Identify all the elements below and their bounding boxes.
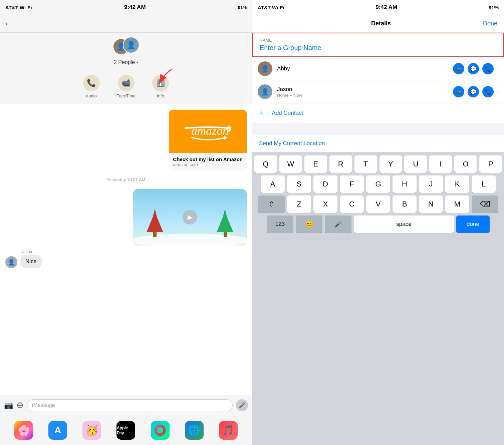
message-input[interactable]: iMessage <box>27 399 233 411</box>
space-key[interactable]: space <box>354 215 454 233</box>
keyboard: Q W E R T Y U I O P A S D F G H J K L ⇧ … <box>252 152 504 445</box>
numbers-key[interactable]: 123 <box>267 215 293 233</box>
video-message[interactable]: ▶ <box>133 189 247 246</box>
mic-key[interactable]: 🎤 <box>325 215 351 233</box>
facetime-button[interactable]: 📹 FaceTime <box>116 75 136 98</box>
applepay-icon[interactable]: Apple Pay <box>116 421 135 440</box>
key-A[interactable]: A <box>261 175 285 193</box>
camera-icon[interactable]: 📷 <box>4 401 13 410</box>
jason-chevron-icon: › <box>497 89 499 94</box>
browser-icon[interactable]: 🌐 <box>185 421 204 440</box>
details-header: Details Done <box>252 15 504 33</box>
done-key[interactable]: done <box>456 215 490 233</box>
abby-phone-button[interactable]: 📞 <box>482 63 494 74</box>
jason-phone-button[interactable]: 📞 <box>482 86 494 97</box>
key-I[interactable]: I <box>429 155 452 173</box>
input-bar: 📷 ⊕ iMessage 🎤 <box>0 395 252 415</box>
add-contact-icon: + <box>259 109 263 117</box>
group-name-input[interactable]: Enter a Group Name <box>260 44 497 52</box>
key-X[interactable]: X <box>313 195 337 213</box>
svg-text:amazon: amazon <box>191 124 229 137</box>
music-icon[interactable]: 🎵 <box>219 421 238 440</box>
abby-name: Abby <box>277 65 448 72</box>
right-panel: AT&T Wi-Fi 9:42 AM 91% Details Done NAME… <box>252 0 504 445</box>
key-M[interactable]: M <box>445 195 469 213</box>
key-P[interactable]: P <box>479 155 502 173</box>
people-count[interactable]: 2 People ▾ <box>114 59 138 65</box>
jason-avatar: 👤 <box>5 256 17 268</box>
key-C[interactable]: C <box>340 195 364 213</box>
key-L[interactable]: L <box>472 175 496 193</box>
message-placeholder: iMessage <box>32 402 55 408</box>
amazon-card-title: Check out my list on Amazon <box>173 156 243 162</box>
appstore-icon[interactable]: ⊕ <box>16 400 24 410</box>
battery-right: 91% <box>489 5 499 10</box>
key-E[interactable]: E <box>304 155 327 173</box>
key-Q[interactable]: Q <box>254 155 277 173</box>
key-row-4: 123 😊 🎤 space done <box>254 215 502 233</box>
add-contact-label: + Add Contact <box>267 110 303 116</box>
message-bubble: Nice <box>20 255 42 268</box>
done-button[interactable]: Done <box>483 20 497 27</box>
contacts-section: 👤 Abby 📹 💬 📞 › 👤 Jason Home – Now 📹 💬 📞 <box>252 57 504 123</box>
key-H[interactable]: H <box>393 175 417 193</box>
key-U[interactable]: U <box>404 155 427 173</box>
key-R[interactable]: R <box>329 155 352 173</box>
memoji-icon[interactable]: 🥳 <box>82 421 101 440</box>
send-location-row[interactable]: Send My Current Location <box>252 135 504 152</box>
back-button[interactable]: ‹ <box>5 19 8 28</box>
key-K[interactable]: K <box>445 175 469 193</box>
facetime-icon: 📹 <box>118 75 135 91</box>
jason-actions: 📹 💬 📞 › <box>453 86 499 97</box>
photos-icon[interactable]: 🌸 <box>14 421 33 440</box>
key-D[interactable]: D <box>313 175 337 193</box>
facetime-label: FaceTime <box>116 93 136 98</box>
add-contact-row[interactable]: + + Add Contact <box>252 103 504 123</box>
send-location-label: Send My Current Location <box>259 140 325 146</box>
svg-rect-6 <box>153 232 157 237</box>
key-Y[interactable]: Y <box>380 155 402 173</box>
section-divider <box>252 123 504 135</box>
key-Z[interactable]: Z <box>287 195 311 213</box>
abby-message-button[interactable]: 💬 <box>468 63 479 74</box>
jason-video-button[interactable]: 📹 <box>453 86 464 97</box>
abby-video-button[interactable]: 📹 <box>453 63 464 74</box>
key-S[interactable]: S <box>287 175 311 193</box>
abby-actions: 📹 💬 📞 › <box>453 63 499 74</box>
shift-key[interactable]: ⇧ <box>258 195 285 213</box>
fitness-icon[interactable]: ⭕ <box>151 421 170 440</box>
key-O[interactable]: O <box>454 155 477 173</box>
action-row: 📞 audio 📹 FaceTime ℹ️ info <box>0 71 252 104</box>
name-field-label: NAME <box>260 38 497 43</box>
avatar-person2: 👤 <box>123 37 140 53</box>
appstore-dock-icon[interactable]: A <box>48 421 67 440</box>
status-bar-left: AT&T Wi-Fi 9:42 AM 91% <box>0 0 252 15</box>
key-N[interactable]: N <box>419 195 443 213</box>
key-F[interactable]: F <box>340 175 364 193</box>
delete-key[interactable]: ⌫ <box>472 195 498 213</box>
key-W[interactable]: W <box>279 155 302 173</box>
info-label: info <box>157 93 164 98</box>
play-button[interactable]: ▶ <box>183 210 197 225</box>
contact-row-jason: 👤 Jason Home – Now 📹 💬 📞 › <box>252 80 504 103</box>
audio-button[interactable]: 📞 audio <box>83 75 100 98</box>
svg-rect-9 <box>224 232 227 237</box>
contact-row-abby: 👤 Abby 📹 💬 📞 › <box>252 57 504 80</box>
key-row-1: Q W E R T Y U I O P <box>254 155 502 173</box>
key-V[interactable]: V <box>366 195 390 213</box>
key-G[interactable]: G <box>366 175 390 193</box>
nav-bar: ‹ <box>0 15 252 33</box>
details-title: Details <box>371 20 391 27</box>
red-arrow <box>139 66 179 93</box>
key-B[interactable]: B <box>393 195 417 213</box>
jason-message-button[interactable]: 💬 <box>468 86 479 97</box>
key-J[interactable]: J <box>419 175 443 193</box>
emoji-key[interactable]: 😊 <box>296 215 322 233</box>
carrier-right: AT&T Wi-Fi <box>258 5 284 10</box>
received-message: 👤 Jason Nice <box>5 250 247 268</box>
abby-avatar: 👤 <box>258 61 272 76</box>
key-T[interactable]: T <box>354 155 377 173</box>
abby-info: Abby <box>277 65 448 72</box>
amazon-banner: amazon <box>169 110 247 153</box>
audio-record-button[interactable]: 🎤 <box>236 399 248 411</box>
